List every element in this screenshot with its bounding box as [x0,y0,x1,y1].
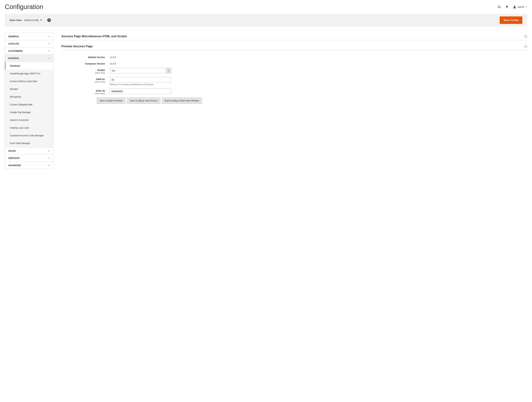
chevron-down-icon [48,164,50,166]
sidebar-item-delivery-date[interactable]: Custom Delivery Date Rate [5,77,53,85]
sidebar-item-account-links[interactable]: Customer Account Links Manager [5,132,53,139]
sidebar-item-gtm[interactable]: Google Tag Manager [5,108,53,116]
sidebar-section-label: MAGEPAL [8,57,19,60]
chevron-down-icon [48,36,50,38]
scope-label: [store view] [95,92,105,95]
sidebar-item-form-field[interactable]: Form Field Manager [5,139,53,147]
sidebar-item-smtp[interactable]: Gmail/Google Apps SMTP Pro [5,70,53,77]
section-title: Success Page Miscellaneous HTML and Scri… [61,35,127,38]
sidebar-section-services[interactable]: SERVICES [5,155,53,162]
module-version-label: Module Version [61,56,105,59]
header-actions: admin ▼ [497,5,527,9]
chevron-down-icon [48,157,50,159]
chevron-down-icon [48,150,50,152]
composer-version-value: v1.0.0 [110,62,171,65]
store-view-value: Default Config [24,19,38,21]
sidebar-item-shipping-rate[interactable]: Custom Shipping Rate [5,101,53,108]
sidebar-section-advanced[interactable]: ADVANCED [5,162,53,169]
sidebar-item-reindex[interactable]: Reindex [5,85,53,93]
order-id-label: Order ID [61,89,105,92]
chevron-down-icon [166,68,171,73]
enable-value: Yes [110,68,166,73]
enable-select[interactable]: Yes [110,68,171,73]
save-preview-button[interactable]: Save Config & Preview [97,98,125,104]
chevron-down-icon [40,20,42,21]
admin-username: admin [518,6,524,8]
chevron-down-icon: ▼ [526,6,527,8]
sidebar-section-label: GENERAL [8,35,19,38]
section-title: Preview Success Page [61,45,93,48]
valid-for-input[interactable] [110,77,171,82]
valid-for-note: Minimum of 3 minutes and Maximum of 15 m… [110,83,171,86]
save-config-button[interactable]: Save Config [500,16,522,24]
sidebar-section-magepal[interactable]: MAGEPAL [5,55,53,62]
admin-user-menu[interactable]: admin ▼ [513,5,527,9]
section-preview-success[interactable]: Preview Success Page [61,43,527,50]
toolbar: Store View: Default Config ? Save Config [5,14,527,26]
sidebar-section-customers[interactable]: CUSTOMERS [5,47,53,55]
store-view-select[interactable]: Default Config [24,19,42,21]
sidebar-section-sales[interactable]: SALES [5,147,53,154]
sidebar-item-recaptcha[interactable]: ReCaptcha [5,93,53,101]
collapse-icon [524,35,527,38]
scope-label: [store view] [95,81,105,83]
sidebar: GENERAL CATALOG CUSTOMERS MAGEPAL Checko… [5,33,53,169]
sidebar-item-checkout[interactable]: Checkout [5,62,53,70]
chevron-up-icon [48,57,50,59]
sidebar-subnav-magepal: Checkout Gmail/Google Apps SMTP Pro Cust… [5,62,53,147]
sidebar-section-label: CUSTOMERS [8,50,23,52]
sidebar-section-label: CATALOG [8,42,19,45]
sidebar-section-label: ADVANCED [8,164,21,167]
search-icon[interactable] [497,5,501,9]
enable-label: Enable [61,69,105,71]
sidebar-section-general[interactable]: GENERAL [5,33,53,40]
bell-icon[interactable] [505,5,509,9]
sidebar-section-catalog[interactable]: CATALOG [5,40,53,47]
save-view-source-button[interactable]: Save Config & View Source [127,98,160,104]
svg-line-1 [500,7,500,8]
scope-label: [store view] [95,72,105,74]
chevron-down-icon [48,50,50,52]
composer-version-label: Composer Version [61,63,105,65]
page-title: Configuration [5,3,43,11]
valid-for-label: Valid for [61,78,105,81]
svg-point-0 [498,6,500,8]
order-id-input[interactable] [110,88,171,94]
sidebar-item-lazy-load[interactable]: Catalog Lazy Load [5,124,53,132]
main-content: Success Page Miscellaneous HTML and Scri… [61,33,527,169]
sidebar-section-label: SALES [8,150,16,152]
expand-icon [524,45,527,48]
help-icon[interactable]: ? [47,18,51,22]
section-body-preview: Module Version v1.0.0 Composer Version v… [61,50,527,104]
module-version-value: v1.0.0 [110,55,171,59]
sidebar-item-guest-customer[interactable]: Guest to Customer [5,116,53,124]
store-view-label: Store View: [10,19,22,21]
sidebar-section-label: SERVICES [8,157,20,159]
save-new-window-button[interactable]: Save Config & Open New Window [162,98,202,104]
section-misc-html[interactable]: Success Page Miscellaneous HTML and Scri… [61,33,527,40]
chevron-down-icon [48,43,50,45]
